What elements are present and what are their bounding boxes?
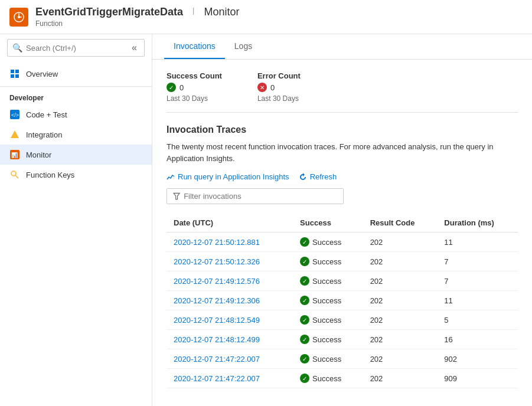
cell-result-code: 202 (363, 271, 438, 291)
search-box[interactable]: 🔍 « (7, 39, 145, 57)
sidebar-item-overview[interactable]: Overview (0, 64, 152, 84)
sidebar-item-integration[interactable]: Integration (0, 125, 152, 145)
filter-box[interactable] (167, 188, 344, 204)
cell-date[interactable]: 2020-12-07 21:50:12.326 (167, 252, 293, 271)
success-count-label: Success Count (167, 71, 222, 80)
table-body: 2020-12-07 21:50:12.881 ✓ Success 202 11… (167, 233, 518, 388)
row-success-icon: ✓ (300, 335, 309, 344)
cell-date[interactable]: 2020-12-07 21:50:12.881 (167, 233, 293, 252)
header-sub-label: Function (35, 19, 239, 28)
success-sub: Last 30 Days (167, 94, 222, 103)
cell-date[interactable]: 2020-12-07 21:47:22.007 (167, 349, 293, 369)
col-duration: Duration (ms) (437, 214, 518, 233)
svg-point-1 (18, 16, 20, 18)
cell-success: ✓ Success (293, 330, 363, 349)
date-link[interactable]: 2020-12-07 21:50:12.326 (174, 257, 260, 266)
run-query-label: Run query in Application Insights (178, 172, 289, 181)
row-success-icon: ✓ (300, 257, 309, 266)
error-count-block: Error Count ✕ 0 Last 30 Days (257, 71, 301, 103)
stats-row: Success Count ✓ 0 Last 30 Days Error Cou… (167, 71, 518, 113)
keys-icon (9, 169, 20, 180)
svg-point-7 (11, 171, 16, 176)
row-success-icon: ✓ (300, 315, 309, 325)
page-header: EventGridTriggerMigrateData | Monitor Fu… (0, 0, 532, 34)
table-row: 2020-12-07 21:49:12.306 ✓ Success 202 11 (167, 291, 518, 310)
table-row: 2020-12-07 21:48:12.549 ✓ Success 202 5 (167, 310, 518, 330)
monitor-icon: 📊 (9, 149, 20, 160)
cell-date[interactable]: 2020-12-07 21:48:12.499 (167, 330, 293, 349)
col-date: Date (UTC) (167, 214, 293, 233)
row-success-icon: ✓ (300, 237, 309, 247)
collapse-button[interactable]: « (129, 42, 139, 53)
row-success-label: Success (312, 374, 341, 383)
sidebar-item-function-keys[interactable]: Function Keys (0, 165, 152, 185)
table-row: 2020-12-07 21:50:12.881 ✓ Success 202 11 (167, 233, 518, 252)
refresh-icon (299, 173, 307, 181)
cell-success: ✓ Success (293, 310, 363, 330)
error-sub: Last 30 Days (257, 94, 301, 103)
cell-result-code: 202 (363, 252, 438, 271)
row-success-icon: ✓ (300, 296, 309, 305)
cell-date[interactable]: 2020-12-07 21:47:22.007 (167, 369, 293, 388)
success-number: 0 (179, 83, 184, 92)
cell-duration: 902 (437, 349, 518, 369)
sidebar-monitor-label: Monitor (26, 150, 51, 159)
date-link[interactable]: 2020-12-07 21:48:12.499 (174, 335, 260, 344)
error-number: 0 (270, 83, 275, 92)
date-link[interactable]: 2020-12-07 21:49:12.306 (174, 296, 260, 305)
cell-result-code: 202 (363, 233, 438, 252)
sidebar-overview-label: Overview (26, 70, 58, 78)
cell-date[interactable]: 2020-12-07 21:49:12.306 (167, 291, 293, 310)
cell-success: ✓ Success (293, 369, 363, 388)
cell-duration: 11 (437, 291, 518, 310)
cell-date[interactable]: 2020-12-07 21:48:12.549 (167, 310, 293, 330)
filter-icon (173, 192, 180, 200)
cell-success: ✓ Success (293, 233, 363, 252)
table-row: 2020-12-07 21:49:12.576 ✓ Success 202 7 (167, 271, 518, 291)
error-x-icon: ✕ (257, 83, 267, 92)
sidebar: 🔍 « Overview Developer </> Code + Test I… (0, 34, 152, 406)
svg-marker-4 (11, 130, 19, 138)
tab-invocations[interactable]: Invocations (164, 34, 225, 59)
chart-icon (167, 173, 175, 181)
cell-result-code: 202 (363, 310, 438, 330)
cell-success: ✓ Success (293, 291, 363, 310)
date-link[interactable]: 2020-12-07 21:48:12.549 (174, 316, 260, 325)
col-result-code: Result Code (363, 214, 438, 233)
main-content: Invocations Logs Success Count ✓ 0 Last … (152, 34, 532, 406)
sidebar-item-code-test[interactable]: </> Code + Test (0, 104, 152, 125)
function-name: EventGridTriggerMigrateData (35, 6, 183, 18)
search-input[interactable] (26, 44, 126, 53)
cell-success: ✓ Success (293, 349, 363, 369)
tab-logs[interactable]: Logs (225, 34, 262, 59)
date-link[interactable]: 2020-12-07 21:49:12.576 (174, 277, 260, 286)
cell-date[interactable]: 2020-12-07 21:49:12.576 (167, 271, 293, 291)
row-success-label: Success (312, 238, 341, 247)
cell-success: ✓ Success (293, 271, 363, 291)
success-count-block: Success Count ✓ 0 Last 30 Days (167, 71, 222, 103)
sidebar-keys-label: Function Keys (26, 171, 74, 179)
cell-result-code: 202 (363, 369, 438, 388)
success-count-value: ✓ 0 (167, 83, 222, 92)
invocations-table: Date (UTC) Success Result Code Duration … (167, 214, 518, 388)
row-success-label: Success (312, 257, 341, 266)
refresh-label: Refresh (310, 172, 337, 181)
sidebar-integration-label: Integration (26, 130, 62, 139)
filter-input[interactable] (184, 192, 337, 201)
run-query-link[interactable]: Run query in Application Insights (167, 172, 289, 181)
table-header: Date (UTC) Success Result Code Duration … (167, 214, 518, 233)
row-success-label: Success (312, 296, 341, 305)
refresh-link[interactable]: Refresh (299, 172, 337, 181)
cell-duration: 16 (437, 330, 518, 349)
sidebar-item-monitor[interactable]: 📊 Monitor (0, 145, 152, 165)
header-sep: | (192, 6, 194, 15)
col-success: Success (293, 214, 363, 233)
date-link[interactable]: 2020-12-07 21:47:22.007 (174, 374, 260, 383)
svg-marker-9 (174, 193, 179, 199)
cell-duration: 5 (437, 310, 518, 330)
svg-text:📊: 📊 (11, 152, 18, 159)
cell-result-code: 202 (363, 291, 438, 310)
date-link[interactable]: 2020-12-07 21:50:12.881 (174, 238, 260, 247)
action-bar: Run query in Application Insights Refres… (167, 172, 518, 181)
date-link[interactable]: 2020-12-07 21:47:22.007 (174, 355, 260, 364)
